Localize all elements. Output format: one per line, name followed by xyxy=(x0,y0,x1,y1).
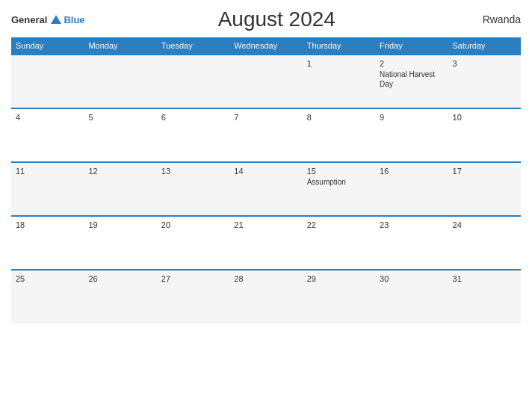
day-number: 22 xyxy=(307,220,371,229)
day-number: 10 xyxy=(453,113,516,122)
calendar-day-cell: 10 xyxy=(448,108,521,162)
calendar-day-cell: 25 xyxy=(11,270,84,324)
day-number: 4 xyxy=(16,113,79,122)
country-label: Rwanda xyxy=(468,13,521,25)
calendar-week-row: 18192021222324 xyxy=(11,216,521,270)
calendar-header-row: Sunday Monday Tuesday Wednesday Thursday… xyxy=(11,37,521,55)
day-number: 5 xyxy=(88,113,152,122)
page-title: August 2024 xyxy=(85,7,468,31)
day-number: 18 xyxy=(16,220,79,229)
calendar-day-cell: 7 xyxy=(229,108,302,162)
calendar-week-row: 25262728293031 xyxy=(11,270,521,324)
calendar-day-cell: 19 xyxy=(84,216,156,270)
day-number: 9 xyxy=(380,113,443,122)
calendar-day-cell: 5 xyxy=(84,108,156,162)
day-number: 1 xyxy=(307,59,371,68)
calendar-week-row: 12National Harvest Day3 xyxy=(11,55,521,108)
calendar-day-cell: 20 xyxy=(157,216,229,270)
day-number: 13 xyxy=(161,167,225,176)
day-number: 7 xyxy=(234,113,297,122)
calendar-day-cell: 12 xyxy=(84,162,156,216)
col-friday: Friday xyxy=(375,37,448,55)
day-number: 20 xyxy=(161,220,225,229)
day-number: 14 xyxy=(234,167,297,176)
calendar-day-cell: 16 xyxy=(375,162,448,216)
day-number: 28 xyxy=(234,274,297,283)
calendar-day-cell xyxy=(229,55,302,108)
calendar-day-cell: 15Assumption xyxy=(303,162,375,216)
header: General Blue August 2024 Rwanda xyxy=(11,7,521,31)
calendar-day-cell: 4 xyxy=(11,108,84,162)
logo-general-text: General xyxy=(11,14,47,25)
calendar-day-cell: 27 xyxy=(157,270,229,324)
col-sunday: Sunday xyxy=(11,37,84,55)
day-number: 11 xyxy=(16,167,79,176)
calendar-day-cell: 22 xyxy=(303,216,375,270)
calendar-day-cell xyxy=(11,55,84,108)
calendar-day-cell: 26 xyxy=(84,270,156,324)
calendar-day-cell: 29 xyxy=(303,270,375,324)
calendar-day-cell: 1 xyxy=(303,55,375,108)
day-number: 23 xyxy=(380,220,443,229)
calendar-day-cell: 23 xyxy=(375,216,448,270)
calendar-day-cell xyxy=(84,55,156,108)
day-number: 24 xyxy=(453,220,516,229)
col-wednesday: Wednesday xyxy=(229,37,302,55)
event-label: National Harvest Day xyxy=(380,69,443,89)
day-number: 25 xyxy=(16,274,79,283)
calendar-week-row: 45678910 xyxy=(11,108,521,162)
calendar-day-cell: 3 xyxy=(448,55,521,108)
event-label: Assumption xyxy=(307,177,371,187)
day-number: 17 xyxy=(453,167,516,176)
calendar-day-cell xyxy=(157,55,229,108)
calendar-day-cell: 31 xyxy=(448,270,521,324)
calendar-day-cell: 11 xyxy=(11,162,84,216)
col-tuesday: Tuesday xyxy=(157,37,229,55)
col-thursday: Thursday xyxy=(303,37,375,55)
day-number: 16 xyxy=(380,167,443,176)
calendar-day-cell: 21 xyxy=(229,216,302,270)
day-number: 12 xyxy=(88,167,152,176)
calendar-day-cell: 2National Harvest Day xyxy=(375,55,448,108)
calendar-day-cell: 13 xyxy=(157,162,229,216)
calendar-day-cell: 6 xyxy=(157,108,229,162)
logo-blue-text: Blue xyxy=(64,14,84,25)
logo: General Blue xyxy=(11,14,85,25)
day-number: 19 xyxy=(88,220,152,229)
calendar-day-cell: 28 xyxy=(229,270,302,324)
calendar-day-cell: 8 xyxy=(303,108,375,162)
day-number: 8 xyxy=(307,113,371,122)
day-number: 27 xyxy=(161,274,225,283)
day-number: 15 xyxy=(307,167,371,176)
day-number: 3 xyxy=(453,59,516,68)
calendar-day-cell: 9 xyxy=(375,108,448,162)
day-number: 29 xyxy=(307,274,371,283)
calendar-table: Sunday Monday Tuesday Wednesday Thursday… xyxy=(11,37,521,324)
col-saturday: Saturday xyxy=(448,37,521,55)
day-number: 6 xyxy=(161,113,225,122)
calendar-day-cell: 24 xyxy=(448,216,521,270)
logo-triangle-icon xyxy=(51,15,61,24)
calendar-page: General Blue August 2024 Rwanda Sunday M… xyxy=(0,0,532,411)
day-number: 21 xyxy=(234,220,297,229)
calendar-week-row: 1112131415Assumption1617 xyxy=(11,162,521,216)
day-number: 31 xyxy=(453,274,516,283)
day-number: 2 xyxy=(380,59,443,68)
calendar-day-cell: 17 xyxy=(448,162,521,216)
day-number: 30 xyxy=(380,274,443,283)
calendar-day-cell: 18 xyxy=(11,216,84,270)
calendar-day-cell: 30 xyxy=(375,270,448,324)
day-number: 26 xyxy=(88,274,152,283)
col-monday: Monday xyxy=(84,37,156,55)
calendar-day-cell: 14 xyxy=(229,162,302,216)
